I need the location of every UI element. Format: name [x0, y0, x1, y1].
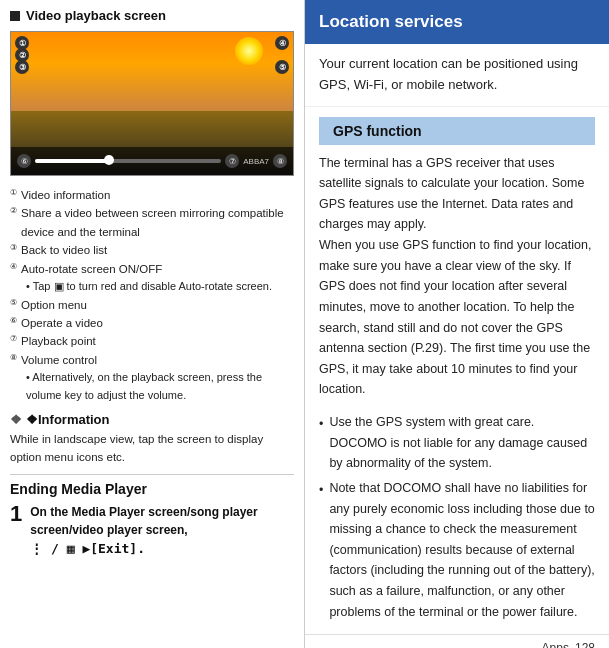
- callout-6: ⑥: [17, 154, 31, 168]
- step-row: 1 On the Media Player screen/song player…: [10, 503, 294, 559]
- video-controls: ⑥ ⑦ ABBA7 ⑧: [11, 147, 293, 175]
- footer-page-number: 128: [575, 641, 595, 648]
- right-column: Location services Your current location …: [305, 0, 609, 648]
- time-display: ABBA7: [243, 157, 269, 166]
- gps-paragraph: The terminal has a GPS receiver that use…: [319, 156, 591, 397]
- location-services-header: Location services: [305, 0, 609, 44]
- video-player: ① ② ③ ④ ⑤ ⑥ ⑦ ABBA7 ⑧: [10, 31, 294, 176]
- item-list: ① Video information ② Share a video betw…: [10, 186, 294, 404]
- left-column: Video playback screen ① ② ③ ④ ⑤ ⑥ ⑦ ABBA…: [0, 0, 305, 648]
- list-item: ② Share a video between screen mirroring…: [10, 204, 294, 241]
- video-sun: [235, 37, 263, 65]
- list-item: ④ Auto-rotate screen ON/OFF: [10, 260, 294, 278]
- step-icon-text: ⋮ / ▦ ▶[Exit].: [30, 541, 145, 556]
- item-num-8: ⑧: [10, 352, 17, 370]
- sub-item-4: • Tap ▣ to turn red and disable Auto-rot…: [10, 278, 294, 296]
- item-text-2: Share a video between screen mirroring c…: [21, 204, 294, 241]
- item-text-8: Volume control: [21, 351, 97, 369]
- item-num-4: ④: [10, 261, 17, 279]
- list-item: ⑥ Operate a video: [10, 314, 294, 332]
- information-box: ❖❖Information While in landscape view, t…: [10, 412, 294, 466]
- progress-dot: [104, 155, 114, 165]
- bullet-dot-1: •: [319, 414, 323, 474]
- item-num-2: ②: [10, 205, 17, 242]
- location-services-body: Your current location can be positioned …: [305, 44, 609, 107]
- callout-4: ④: [275, 36, 289, 50]
- info-header-text: ❖Information: [26, 412, 110, 427]
- item-text-7: Playback point: [21, 332, 96, 350]
- gps-bullet-1: • Use the GPS system with great care. DO…: [319, 412, 595, 474]
- section-title-bar: Video playback screen: [10, 8, 294, 23]
- callout-5: ⑤: [275, 60, 289, 74]
- list-item: ⑤ Option menu: [10, 296, 294, 314]
- item-num-3: ③: [10, 242, 17, 260]
- sub-item-8: • Alternatively, on the playback screen,…: [10, 369, 294, 404]
- list-item: ⑦ Playback point: [10, 332, 294, 350]
- item-num-5: ⑤: [10, 297, 17, 315]
- step-number: 1: [10, 503, 22, 525]
- footer: Apps 128: [305, 634, 609, 648]
- info-header: ❖❖Information: [10, 412, 294, 427]
- item-num-1: ①: [10, 187, 17, 205]
- progress-bar: [35, 159, 221, 163]
- gps-bullet-1-text: Use the GPS system with great care. DOCO…: [329, 412, 595, 474]
- item-text-1: Video information: [21, 186, 110, 204]
- info-body: While in landscape view, tap the screen …: [10, 431, 294, 466]
- progress-fill: [35, 159, 109, 163]
- ending-section: Ending Media Player 1 On the Media Playe…: [10, 474, 294, 559]
- item-num-6: ⑥: [10, 315, 17, 333]
- ending-title: Ending Media Player: [10, 474, 294, 497]
- diamond-icon: ❖: [10, 412, 22, 427]
- gps-function-header: GPS function: [319, 117, 595, 145]
- list-item: ③ Back to video list: [10, 241, 294, 259]
- list-item: ① Video information: [10, 186, 294, 204]
- item-text-6: Operate a video: [21, 314, 103, 332]
- callout-3: ③: [15, 60, 29, 74]
- step-text: On the Media Player screen/song player s…: [30, 503, 294, 559]
- list-item: ⑧ Volume control: [10, 351, 294, 369]
- item-num-7: ⑦: [10, 333, 17, 351]
- callout-7: ⑦: [225, 154, 239, 168]
- section-title-icon: [10, 11, 20, 21]
- gps-bullet-2: • Note that DOCOMO shall have no liabili…: [319, 478, 595, 622]
- gps-bullet-list: • Use the GPS system with great care. DO…: [305, 408, 609, 634]
- callout-8: ⑧: [273, 154, 287, 168]
- footer-apps-label: Apps: [542, 641, 569, 648]
- item-text-5: Option menu: [21, 296, 87, 314]
- section-title: Video playback screen: [26, 8, 166, 23]
- gps-body-text: The terminal has a GPS receiver that use…: [305, 145, 609, 409]
- item-text-4: Auto-rotate screen ON/OFF: [21, 260, 162, 278]
- gps-bullet-2-text: Note that DOCOMO shall have no liabiliti…: [329, 478, 595, 622]
- item-text-3: Back to video list: [21, 241, 107, 259]
- bullet-dot-2: •: [319, 480, 323, 622]
